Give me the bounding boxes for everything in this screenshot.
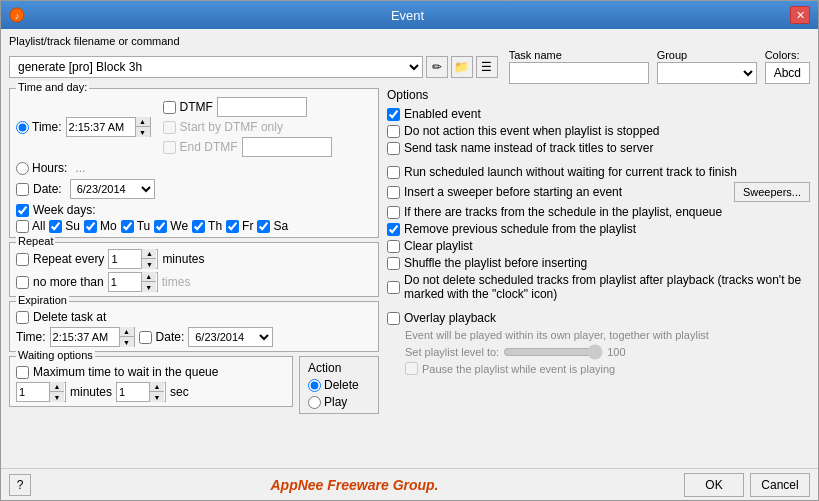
start-dtmf-checkbox[interactable] <box>163 121 176 134</box>
su-label[interactable]: Su <box>49 219 80 233</box>
wait-sec-down[interactable]: ▼ <box>150 392 164 402</box>
list-button[interactable]: ☰ <box>476 56 498 78</box>
no-more-checkbox[interactable] <box>16 276 29 289</box>
no-more-down[interactable]: ▼ <box>142 282 156 292</box>
play-radio[interactable] <box>308 396 321 409</box>
delete-task-row: Delete task at <box>16 310 372 324</box>
th-checkbox[interactable] <box>192 220 205 233</box>
wait-min-up[interactable]: ▲ <box>50 382 64 392</box>
weekdays-checkbox[interactable] <box>16 204 29 217</box>
if-tracks-checkbox[interactable] <box>387 206 400 219</box>
group-select[interactable] <box>657 62 757 84</box>
run-scheduled-checkbox[interactable] <box>387 166 400 179</box>
mo-checkbox[interactable] <box>84 220 97 233</box>
insert-sweeper-row: Insert a sweeper before starting an even… <box>387 182 810 202</box>
dtmf-input[interactable] <box>217 97 307 117</box>
we-checkbox[interactable] <box>154 220 167 233</box>
no-action-stopped-checkbox[interactable] <box>387 125 400 138</box>
fr-label[interactable]: Fr <box>226 219 253 233</box>
folder-button[interactable]: 📁 <box>451 56 473 78</box>
su-checkbox[interactable] <box>49 220 62 233</box>
delete-task-checkbox[interactable] <box>16 311 29 324</box>
no-more-up[interactable]: ▲ <box>142 272 156 282</box>
fr-checkbox[interactable] <box>226 220 239 233</box>
exp-time-down[interactable]: ▼ <box>120 337 134 347</box>
close-button[interactable]: ✕ <box>790 6 810 24</box>
time-row: Time: ▲ ▼ <box>16 97 372 157</box>
clear-playlist-checkbox[interactable] <box>387 240 400 253</box>
wait-sec-input[interactable] <box>117 385 149 399</box>
repeat-every-down[interactable]: ▼ <box>142 259 156 269</box>
help-button[interactable]: ? <box>9 474 31 496</box>
waiting-content: Maximum time to wait in the queue ▲ ▼ <box>16 365 286 402</box>
overlay-playback-row: Overlay playback <box>387 311 810 325</box>
time-input[interactable] <box>67 120 135 134</box>
repeat-every-spinner: ▲ ▼ <box>108 249 158 269</box>
end-dtmf-checkbox[interactable] <box>163 141 176 154</box>
sweepers-button[interactable]: Sweepers... <box>734 182 810 202</box>
hours-radio[interactable] <box>16 162 29 175</box>
max-time-checkbox[interactable] <box>16 366 29 379</box>
tu-checkbox[interactable] <box>121 220 134 233</box>
send-task-name-checkbox[interactable] <box>387 142 400 155</box>
play-radio-label[interactable]: Play <box>308 395 370 409</box>
delete-radio[interactable] <box>308 379 321 392</box>
task-name-input[interactable] <box>509 62 649 84</box>
repeat-every-btns: ▲ ▼ <box>141 249 156 269</box>
remove-previous-checkbox[interactable] <box>387 223 400 236</box>
do-not-delete-checkbox[interactable] <box>387 281 400 294</box>
all-day-label[interactable]: All <box>16 219 45 233</box>
time-day-title: Time and day: <box>16 81 89 93</box>
weekdays-section: Week days: <box>16 203 372 217</box>
colors-button[interactable]: Abcd <box>765 62 810 84</box>
repeat-every-row: Repeat every ▲ ▼ minutes <box>16 249 372 269</box>
tu-label[interactable]: Tu <box>121 219 151 233</box>
wait-min-down[interactable]: ▼ <box>50 392 64 402</box>
all-checkbox[interactable] <box>16 220 29 233</box>
delete-radio-label[interactable]: Delete <box>308 378 370 392</box>
sa-label[interactable]: Sa <box>257 219 288 233</box>
wait-sec-spinner: ▲ ▼ <box>116 382 166 402</box>
date-checkbox[interactable] <box>16 183 29 196</box>
ok-button[interactable]: OK <box>684 473 744 497</box>
exp-time-up[interactable]: ▲ <box>120 327 134 337</box>
enabled-event-checkbox[interactable] <box>387 108 400 121</box>
no-more-row: no more than ▲ ▼ times <box>16 272 372 292</box>
exp-time-spinner: ▲ ▼ <box>50 327 135 347</box>
no-more-input[interactable] <box>109 275 141 289</box>
event-window: ♪ Event ✕ Playlist/track filename or com… <box>0 0 819 501</box>
overlay-playback-checkbox[interactable] <box>387 312 400 325</box>
task-group-colors: Task name Group Colors: Abcd <box>509 49 810 84</box>
shuffle-playlist-checkbox[interactable] <box>387 257 400 270</box>
repeat-every-up[interactable]: ▲ <box>142 249 156 259</box>
dtmf-check-row: DTMF <box>163 97 332 117</box>
dtmf-checkbox[interactable] <box>163 101 176 114</box>
dtmf-section: DTMF Start by DTMF only End DTMF <box>163 97 332 157</box>
th-label[interactable]: Th <box>192 219 222 233</box>
time-radio-label[interactable]: Time: <box>16 120 62 134</box>
exp-time-input[interactable] <box>51 330 119 344</box>
repeat-every-input[interactable] <box>109 252 141 266</box>
sa-checkbox[interactable] <box>257 220 270 233</box>
date-combo[interactable]: 6/23/2014 <box>70 179 155 199</box>
exp-date-checkbox[interactable] <box>139 331 152 344</box>
exp-date-combo[interactable]: 6/23/2014 <box>188 327 273 347</box>
insert-sweeper-checkbox[interactable] <box>387 186 400 199</box>
time-up-btn[interactable]: ▲ <box>136 117 150 127</box>
playlist-combo[interactable]: generate [pro] Block 3h <box>9 56 423 78</box>
edit-button[interactable]: ✏ <box>426 56 448 78</box>
cancel-button[interactable]: Cancel <box>750 473 810 497</box>
wait-min-input[interactable] <box>17 385 49 399</box>
time-radio[interactable] <box>16 121 29 134</box>
title-bar: ♪ Event ✕ <box>1 1 818 29</box>
run-scheduled-row: Run scheduled launch without waiting for… <box>387 165 810 179</box>
we-label[interactable]: We <box>154 219 188 233</box>
brand-text: AppNee Freeware Group. <box>31 477 678 493</box>
mo-label[interactable]: Mo <box>84 219 117 233</box>
wait-sec-up[interactable]: ▲ <box>150 382 164 392</box>
hours-radio-label[interactable]: Hours: <box>16 161 67 175</box>
do-not-delete-row: Do not delete scheduled tracks from play… <box>387 273 810 301</box>
enabled-event-row: Enabled event <box>387 107 810 121</box>
time-down-btn[interactable]: ▼ <box>136 127 150 137</box>
repeat-every-checkbox[interactable] <box>16 253 29 266</box>
